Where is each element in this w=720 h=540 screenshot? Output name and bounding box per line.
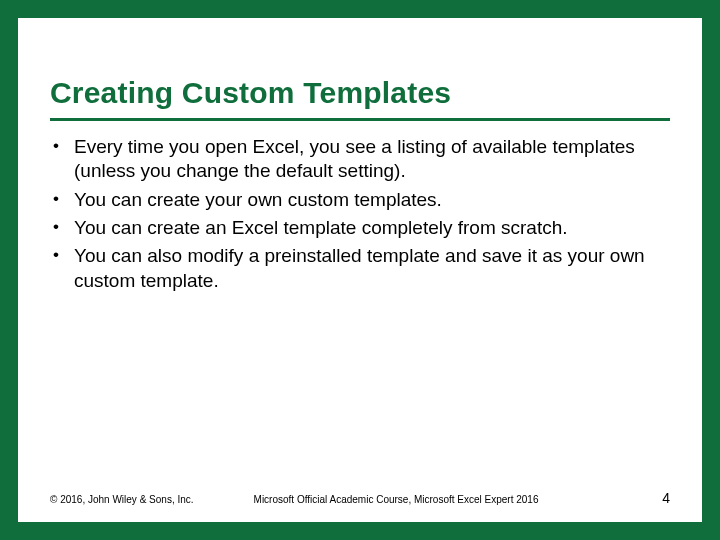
page-title: Creating Custom Templates <box>50 76 670 121</box>
course-text: Microsoft Official Academic Course, Micr… <box>194 494 663 505</box>
list-item: You can create an Excel template complet… <box>50 216 670 240</box>
page-number: 4 <box>662 490 670 506</box>
bullet-list: Every time you open Excel, you see a lis… <box>50 135 670 293</box>
list-item: You can also modify a preinstalled templ… <box>50 244 670 293</box>
slide-footer: © 2016, John Wiley & Sons, Inc. Microsof… <box>50 490 670 506</box>
slide: Creating Custom Templates Every time you… <box>0 0 720 540</box>
list-item: Every time you open Excel, you see a lis… <box>50 135 670 184</box>
copyright-text: © 2016, John Wiley & Sons, Inc. <box>50 494 194 505</box>
slide-content: Creating Custom Templates Every time you… <box>18 18 702 522</box>
list-item: You can create your own custom templates… <box>50 188 670 212</box>
